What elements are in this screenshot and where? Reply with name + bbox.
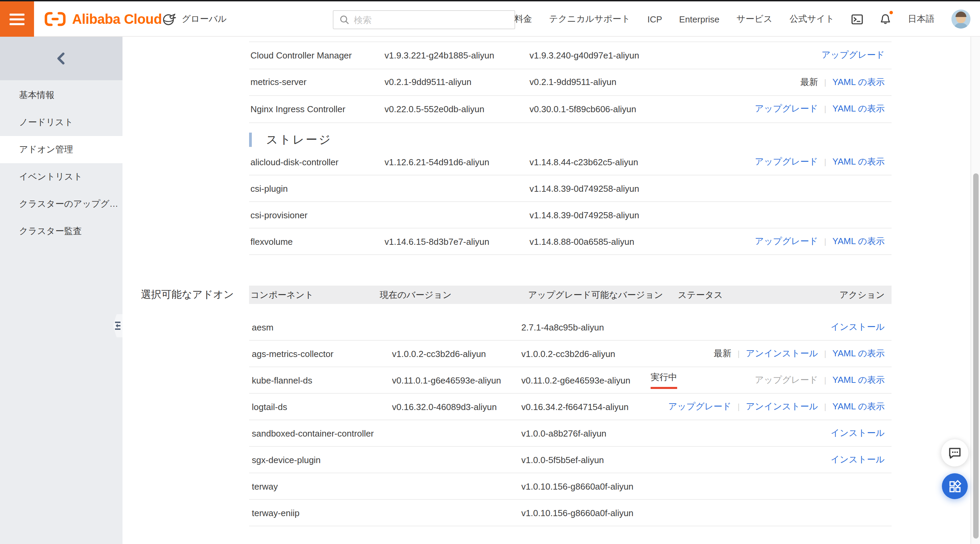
addon-row-logtail-ds: logtail-dsv0.16.32.0-46089d3-aliyunv0.16… — [249, 394, 891, 420]
addon-row-csi-plugin: csi-pluginv1.14.8.39-0d749258-aliyun — [249, 175, 891, 202]
action-link[interactable]: YAML の表示 — [832, 374, 885, 386]
nav-icp[interactable]: ICP — [647, 14, 662, 24]
status-running-text: 実行中 — [651, 371, 677, 389]
notifications-button[interactable] — [880, 13, 891, 25]
section-accent-bar — [249, 132, 252, 146]
current-version: v0.22.0.5-552e0db-aliyun — [385, 96, 484, 122]
addon-row-terway: terwayv1.0.10.156-g8660a0f-aliyun — [249, 473, 891, 500]
page-scrollbar-track[interactable] — [970, 37, 980, 544]
upgradable-version: v1.14.8.39-0d749258-aliyun — [530, 175, 639, 201]
current-version: v0.2.1-9dd9511-aliyun — [385, 69, 471, 95]
globe-plane-icon — [161, 11, 176, 27]
available-addons-table-header: コンポーネント 現在のバージョン アップグレード可能なバージョン ステータス ア… — [249, 285, 891, 304]
nav-enterprise[interactable]: Enterprise — [679, 14, 720, 24]
search-input[interactable] — [354, 14, 497, 25]
sidebar-item-3[interactable]: イベントリスト — [0, 163, 123, 190]
user-avatar[interactable] — [951, 10, 970, 29]
language-selector[interactable]: 日本語 — [908, 13, 934, 25]
action-link[interactable]: アップグレード — [755, 156, 818, 168]
upgradable-version: v1.14.8.39-0d749258-aliyun — [530, 202, 639, 228]
row-actions: アップグレード|YAML の表示 — [755, 228, 885, 254]
row-actions: インストール — [830, 314, 885, 340]
sidebar-menu: 基本情報ノードリストアドオン管理イベントリストクラスターのアップグ…クラスター監… — [0, 82, 123, 245]
cloud-shell-button[interactable] — [851, 14, 863, 24]
action-link[interactable]: インストール — [830, 427, 885, 439]
region-selector[interactable]: グローバル — [161, 2, 227, 37]
chat-bubble-icon — [948, 446, 962, 459]
hamburger-menu-button[interactable] — [0, 2, 34, 37]
nav-pricing[interactable]: 料金 — [514, 13, 532, 25]
addon-row-ags-metrics-collector: ags-metrics-collectorv1.0.0.2-cc3b2d6-al… — [249, 341, 891, 367]
upgradable-version: v0.30.0.1-5f89cb606-aliyun — [530, 96, 636, 122]
addon-row-terway-eniip: terway-eniipv1.0.10.156-g8660a0f-aliyun — [249, 500, 891, 526]
search-icon — [340, 15, 349, 24]
current-version: v1.14.6.15-8d3b7e7-aliyun — [385, 228, 489, 254]
action-link[interactable]: アンインストール — [746, 401, 818, 413]
action-link[interactable]: YAML の表示 — [832, 156, 885, 168]
upgradable-version: v1.14.8.88-00a6585-aliyun — [530, 228, 634, 254]
action-link[interactable]: YAML の表示 — [832, 235, 885, 247]
sidebar-item-0[interactable]: 基本情報 — [0, 82, 123, 109]
action-link[interactable]: アップグレード — [821, 49, 885, 62]
addon-row-metrics-server: metrics-serverv0.2.1-9dd9511-aliyunv0.2.… — [249, 69, 891, 96]
action-link-disabled: アップグレード — [755, 374, 818, 386]
action-link[interactable]: アップグレード — [755, 103, 818, 115]
upgradable-version: v1.0.10.156-g8660a0f-aliyun — [521, 500, 633, 526]
addon-row-flexvolume: flexvolumev1.14.6.15-8d3b7e7-aliyunv1.14… — [249, 228, 891, 255]
storage-addons-table: alicloud-disk-controllerv1.12.6.21-54d91… — [249, 149, 891, 255]
quick-apps-button[interactable] — [942, 473, 968, 499]
upgradable-version: v0.11.0.2-g6e46593e-aliyun — [521, 367, 630, 393]
action-link[interactable]: YAML の表示 — [832, 401, 885, 413]
addon-name: aesm — [252, 314, 274, 340]
alibaba-cloud-logo-icon — [43, 11, 67, 27]
header-nav: 料金 テクニカルサポート ICP Enterprise サービス 公式サイト — [514, 2, 970, 37]
addon-name: csi-provisioner — [250, 202, 308, 228]
available-addons-table: aesm2.7.1-4a8c95b-aliyunインストールags-metric… — [249, 314, 891, 526]
addon-name: sandboxed-container-controller — [252, 420, 374, 446]
terminal-icon — [851, 14, 863, 24]
action-link[interactable]: インストール — [830, 321, 885, 333]
action-link[interactable]: アップグレード — [755, 235, 818, 247]
nav-technical-support[interactable]: テクニカルサポート — [549, 13, 630, 25]
app-grid-diamond-icon — [948, 480, 961, 493]
action-link[interactable]: YAML の表示 — [832, 347, 885, 360]
col-action: アクション — [840, 285, 885, 304]
action-link[interactable]: アップグレード — [668, 401, 732, 413]
action-link[interactable]: YAML の表示 — [832, 103, 885, 115]
row-actions: 最新|アンインストール|YAML の表示 — [714, 341, 885, 366]
alibaba-cloud-logo[interactable]: Alibaba Cloud — [43, 2, 162, 37]
row-actions: アップグレード|YAML の表示 — [755, 367, 885, 393]
hamburger-icon — [10, 13, 24, 15]
cluster-sidebar: 基本情報ノードリストアドオン管理イベントリストクラスターのアップグ…クラスター監… — [0, 37, 123, 544]
addon-row-sandboxed-container-controller: sandboxed-container-controllerv1.0.0-a8b… — [249, 420, 891, 447]
upgradable-version: v0.16.34.2-f6647154-aliyun — [521, 394, 628, 420]
row-actions: アップグレード — [821, 42, 885, 68]
current-version: v1.9.3.221-g24b1885-aliyun — [385, 42, 494, 68]
upgradable-version: 2.7.1-4a8c95b-aliyun — [521, 314, 604, 340]
sidebar-item-5[interactable]: クラスター監査 — [0, 217, 123, 245]
upgradable-version: v1.14.8.44-c23b62c5-aliyun — [530, 149, 638, 175]
nav-services[interactable]: サービス — [737, 13, 772, 25]
sidebar-item-4[interactable]: クラスターのアップグ… — [0, 190, 123, 217]
sidebar-resize-handle[interactable] — [113, 314, 123, 337]
top-header: Alibaba Cloud グローバル 料金 テクニカルサポート ICP Ent… — [0, 2, 980, 37]
addon-name: ags-metrics-collector — [252, 341, 334, 366]
action-link[interactable]: YAML の表示 — [832, 76, 885, 89]
page-scrollbar-thumb[interactable] — [973, 173, 978, 539]
notification-badge-dot — [889, 11, 893, 14]
addon-row-kube-flannel-ds: kube-flannel-dsv0.11.0.1-g6e46593e-aliyu… — [249, 367, 891, 394]
sidebar-item-1[interactable]: ノードリスト — [0, 109, 123, 136]
addon-row-alicloud-disk-controller: alicloud-disk-controllerv1.12.6.21-54d91… — [249, 149, 891, 175]
nav-official-site[interactable]: 公式サイト — [789, 13, 834, 25]
feedback-chat-button[interactable] — [941, 439, 969, 466]
action-link[interactable]: アンインストール — [746, 347, 818, 360]
action-separator: | — [824, 105, 826, 114]
addon-name: flexvolume — [250, 228, 293, 254]
action-link[interactable]: インストール — [830, 454, 885, 466]
action-separator: | — [737, 402, 740, 411]
region-label: グローバル — [182, 13, 227, 25]
sidebar-item-2[interactable]: アドオン管理 — [0, 136, 123, 163]
col-current-version: 現在のバージョン — [380, 285, 452, 304]
upgradable-version: v1.0.10.156-g8660a0f-aliyun — [521, 473, 633, 499]
sidebar-collapse-button[interactable] — [0, 37, 123, 80]
